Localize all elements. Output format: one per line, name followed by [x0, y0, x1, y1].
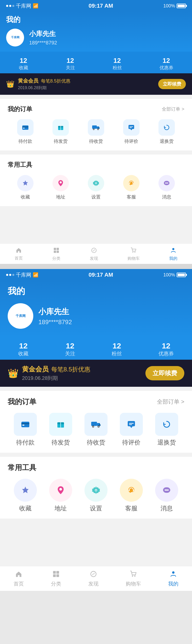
order-pending-receive-2[interactable]: 待收货 — [84, 413, 108, 447]
tool-message-2[interactable]: 消息 — [155, 479, 178, 512]
svg-rect-12 — [130, 126, 133, 127]
svg-point-21 — [131, 185, 132, 185]
nav-category-2[interactable]: 分类 — [51, 570, 61, 587]
nav-mine-2[interactable]: 我的 — [168, 570, 178, 587]
header-blue-1: 我的 千库网 小库先生 189****8792 — [0, 11, 192, 52]
orders-more-2[interactable]: 全部订单 > — [157, 398, 184, 406]
order-pending-review-2[interactable]: 待评价 — [120, 413, 143, 447]
nav-discover-1[interactable]: 发现 — [90, 247, 98, 261]
tool-label-3b: 设置 — [90, 505, 102, 512]
order-pending-ship-2[interactable]: 待发货 — [49, 413, 72, 447]
nav-label-home-1: 首页 — [15, 256, 23, 261]
svg-rect-20 — [133, 183, 133, 184]
orders-more-1[interactable]: 全部订单 > — [162, 106, 184, 112]
stat-fans-1[interactable]: 12 粉丝 — [113, 57, 122, 71]
order-return-1[interactable]: 退换货 — [158, 119, 175, 144]
order-pending-pay-1[interactable]: 待付款 — [17, 119, 34, 144]
order-label-4a: 待评价 — [124, 139, 138, 144]
svg-rect-1 — [22, 126, 28, 127]
stat-label-fans-2: 粉丝 — [112, 351, 122, 356]
settings-icon-wrap-2 — [84, 479, 108, 502]
discover-icon-2 — [88, 570, 99, 579]
nav-home-1[interactable]: 首页 — [15, 248, 23, 261]
header-blue-2: 我的 千库网 小库先生 189****8792 — [0, 280, 192, 336]
avatar-1[interactable]: 千库网 — [6, 29, 24, 46]
vip-expire-2: 2019.06.28到期 — [22, 375, 90, 382]
nav-cart-1[interactable]: 购物车 — [127, 247, 140, 261]
order-pending-pay-2[interactable]: 待付款 — [14, 413, 37, 447]
nav-discover-2[interactable]: 发现 — [88, 570, 99, 587]
tool-favorites-2[interactable]: 收藏 — [14, 479, 37, 512]
nav-category-1[interactable]: 分类 — [52, 247, 60, 261]
stat-coupon-1[interactable]: 12 优惠券 — [159, 57, 173, 71]
vip-expire-1: 2019.06.28到期 — [18, 85, 70, 91]
svg-rect-2 — [23, 128, 25, 128]
stat-num-fav-1: 12 — [19, 57, 28, 65]
avatar-2[interactable]: 千库网 — [8, 303, 33, 329]
stat-fans-2[interactable]: 12 粉丝 — [112, 342, 122, 357]
signal-dots — [6, 5, 14, 7]
stat-favorites-1[interactable]: 12 收藏 — [19, 57, 28, 71]
vip-renew-button-2[interactable]: 立即续费 — [145, 366, 184, 380]
nav-cart-2[interactable]: 购物车 — [126, 570, 141, 587]
svg-point-59 — [166, 489, 167, 491]
profile-info-2: 小库先生 189****8792 — [38, 307, 72, 326]
tool-label-2a: 地址 — [56, 194, 65, 200]
tool-customer-service-1[interactable]: 客服 — [123, 175, 140, 200]
nav-mine-1[interactable]: 我的 — [169, 247, 177, 261]
tools-header-1: 常用工具 — [8, 161, 184, 169]
order-return-2[interactable]: 退换货 — [155, 413, 178, 447]
stat-label-follow-2: 关注 — [65, 351, 75, 356]
dot-1 — [6, 5, 8, 7]
tool-settings-2[interactable]: 设置 — [84, 479, 108, 512]
vip-desc-1: 每笔8.5折优惠 — [41, 78, 70, 84]
stat-num-follow-1: 12 — [66, 57, 75, 65]
order-pending-review-1[interactable]: 待评价 — [123, 119, 140, 144]
tools-title-1: 常用工具 — [8, 161, 32, 169]
stat-coupon-2[interactable]: 12 优惠券 — [158, 342, 174, 357]
refresh-svg-1 — [163, 124, 170, 131]
orders-title-2: 我的订单 — [8, 397, 36, 407]
svg-point-66 — [93, 573, 94, 575]
orders-header-1: 我的订单 全部订单 > — [8, 105, 184, 113]
stat-follow-2[interactable]: 12 关注 — [65, 342, 75, 357]
crown-icon-2: 👑 — [8, 368, 18, 378]
svg-rect-63 — [53, 574, 56, 577]
phone-1: 189****8792 — [29, 40, 57, 46]
svg-rect-13 — [130, 127, 132, 128]
tool-address-2[interactable]: 地址 — [49, 479, 72, 512]
profile-info-1: 小库先生 189****8792 — [29, 29, 57, 46]
svg-point-34 — [172, 248, 174, 250]
tool-label-4a: 客服 — [127, 194, 136, 200]
tool-settings-1[interactable]: 设置 — [88, 175, 104, 200]
pending-review-icon-2 — [120, 413, 143, 436]
svg-rect-29 — [57, 251, 59, 253]
svg-point-67 — [132, 576, 133, 577]
svg-point-68 — [134, 576, 136, 577]
message-svg-1 — [163, 180, 170, 187]
nav-label-category-2: 分类 — [51, 580, 61, 587]
stat-follow-1[interactable]: 12 关注 — [66, 57, 75, 71]
battery-percent-2: 100% — [163, 272, 175, 278]
box-svg-1 — [57, 124, 64, 131]
star-svg-1 — [22, 180, 29, 187]
tool-favorites-1[interactable]: 收藏 — [17, 175, 34, 200]
svg-point-69 — [172, 571, 174, 574]
stat-label-fans-1: 粉丝 — [113, 65, 122, 70]
wallet-svg-2 — [21, 420, 30, 429]
tool-address-1[interactable]: 地址 — [52, 175, 69, 200]
bottom-nav-2: 首页 分类 发现 购物车 我的 — [0, 566, 192, 591]
order-pending-receive-1[interactable]: 待收货 — [88, 119, 104, 144]
order-pending-ship-1[interactable]: 待发货 — [52, 119, 69, 144]
content-area-1: 我的订单 全部订单 > 待付款 — [0, 99, 192, 243]
stat-favorites-2[interactable]: 12 收藏 — [18, 342, 28, 357]
settings-icon-wrap-1 — [88, 175, 104, 191]
nav-home-2[interactable]: 首页 — [14, 571, 24, 587]
tool-customer-service-2[interactable]: 客服 — [120, 479, 143, 512]
svg-point-45 — [98, 426, 99, 427]
svg-point-49 — [59, 488, 62, 490]
svg-point-24 — [166, 183, 167, 184]
svg-point-56 — [131, 492, 132, 493]
vip-renew-button-1[interactable]: 立即续费 — [158, 79, 186, 89]
tool-message-1[interactable]: 消息 — [158, 175, 175, 200]
